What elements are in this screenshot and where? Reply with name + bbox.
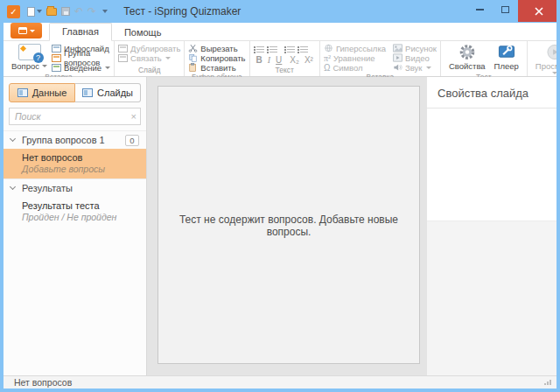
tree-item-no-questions[interactable]: Нет вопросов Добавьте вопросы	[4, 149, 146, 178]
duplicate-icon	[118, 45, 128, 52]
tab-home[interactable]: Главная	[49, 23, 112, 41]
numbered-list-icon[interactable]	[267, 46, 277, 53]
resize-grip[interactable]	[544, 380, 551, 385]
chevron-down-icon	[102, 10, 108, 13]
hyperlink-button[interactable]: Гиперссылка	[324, 44, 386, 52]
group-label-text: Текст	[254, 65, 316, 76]
picture-icon	[393, 44, 402, 52]
group-label-slide: Слайд	[118, 65, 180, 76]
window-title: Тест - iSpring Quizmaker	[123, 5, 241, 18]
question-count-badge: 0	[125, 135, 139, 146]
chevron-down-icon	[30, 30, 35, 32]
properties-empty-area	[427, 108, 556, 220]
ribbon-group-publish: Просмотр Публикация Публикация	[528, 41, 560, 76]
copy-button[interactable]: Копировать	[188, 53, 245, 62]
question-tree: Группа вопросов 1 0 Нет вопросов Добавьт…	[4, 130, 146, 375]
search-box: ×	[9, 108, 141, 125]
video-icon	[393, 53, 402, 62]
bullet-list-icon[interactable]	[254, 46, 264, 53]
search-input[interactable]	[9, 108, 141, 125]
left-panel: Данные Слайды × Группа вопросов 1 0 Нет	[4, 77, 147, 375]
open-button[interactable]	[46, 8, 57, 16]
chevron-expand-icon	[10, 184, 16, 190]
ribbon-group-insert: ? Вопрос Инфослайд Группа вопросов Введе…	[4, 41, 115, 76]
save-button[interactable]	[61, 7, 70, 16]
symbol-icon: Ω	[324, 63, 330, 73]
tab-slides[interactable]: Слайды	[75, 83, 141, 102]
scissors-icon	[188, 44, 198, 52]
subscript-button[interactable]: X₂	[287, 55, 302, 65]
duplicate-button[interactable]: Дублировать	[118, 44, 180, 52]
chevron-down-icon	[165, 57, 171, 60]
question-group-button[interactable]: Группа вопросов	[52, 53, 110, 62]
paste-button[interactable]: Вставить	[188, 63, 245, 72]
underline-button[interactable]: U	[273, 55, 284, 65]
preview-button[interactable]: Просмотр	[531, 43, 560, 75]
link-button[interactable]: Связать	[118, 53, 180, 62]
copy-icon	[188, 53, 198, 62]
minimize-icon	[476, 9, 484, 10]
decrease-indent-icon[interactable]	[284, 46, 295, 53]
picture-button[interactable]: Рисунок	[393, 44, 437, 52]
increase-indent-icon[interactable]	[298, 46, 308, 53]
panel-tabs: Данные Слайды	[9, 83, 141, 102]
video-button[interactable]: Видео	[393, 53, 437, 62]
italic-button[interactable]: I	[265, 55, 273, 65]
panel-title: Свойства слайда	[427, 77, 556, 108]
properties-button[interactable]: Свойства	[444, 43, 490, 72]
tree-item-test-results[interactable]: Результаты теста Пройден / Не пройден	[4, 197, 146, 227]
chevron-down-icon	[552, 72, 557, 74]
chevron-down-icon	[37, 10, 42, 13]
clipboard-icon	[188, 63, 198, 72]
superscript-button[interactable]: X²	[302, 55, 316, 65]
introduction-button[interactable]: Введение	[52, 63, 110, 72]
app-window: ✓ ↶ ↷ Тест - iSpring Quizmaker Главная П…	[0, 0, 560, 392]
cut-button[interactable]: Вырезать	[188, 44, 245, 52]
new-document-icon	[27, 7, 35, 17]
hyperlink-icon	[324, 44, 333, 52]
application-menu-button[interactable]	[10, 23, 42, 38]
infoslide-icon	[52, 45, 61, 52]
player-wrench-icon	[498, 44, 515, 60]
search-clear-icon[interactable]: ×	[131, 111, 136, 122]
preview-play-icon	[546, 44, 560, 60]
tree-group-questions[interactable]: Группа вопросов 1 0	[4, 130, 146, 149]
tree-group-results[interactable]: Результаты	[4, 178, 146, 197]
open-folder-icon	[46, 8, 57, 16]
close-button[interactable]	[518, 0, 560, 22]
maximize-button[interactable]	[493, 0, 518, 19]
chevron-expand-icon	[10, 136, 16, 142]
data-list-icon	[18, 88, 28, 97]
slide-surface[interactable]: Тест не содержит вопросов. Добавьте новы…	[158, 86, 420, 364]
slides-icon	[82, 88, 93, 97]
question-button[interactable]: ? Вопрос	[7, 43, 52, 72]
chevron-down-icon	[105, 66, 110, 69]
undo-button[interactable]: ↶	[74, 6, 83, 17]
properties-lower-area	[427, 220, 556, 375]
maximize-icon	[501, 6, 509, 13]
slide-properties-panel: Свойства слайда	[427, 77, 556, 375]
symbol-button[interactable]: Ω Символ	[324, 63, 386, 72]
tab-data[interactable]: Данные	[9, 83, 75, 102]
titlebar: ✓ ↶ ↷ Тест - iSpring Quizmaker	[0, 0, 560, 23]
slide-canvas: Тест не содержит вопросов. Добавьте новы…	[147, 77, 427, 375]
bold-button[interactable]: B	[254, 55, 265, 65]
redo-button[interactable]: ↷	[88, 6, 96, 17]
player-button[interactable]: Плеер	[490, 43, 523, 72]
question-slide-icon: ?	[18, 44, 41, 60]
customize-qat-button[interactable]	[101, 10, 108, 13]
empty-quiz-message: Тест не содержит вопросов. Добавьте новы…	[158, 214, 419, 238]
minimize-button[interactable]	[467, 0, 493, 19]
ribbon-group-slide: Дублировать Связать Слайд	[115, 41, 185, 76]
chevron-down-icon	[42, 65, 47, 67]
equation-button[interactable]: π² Уравнение	[324, 53, 386, 62]
save-icon	[61, 7, 70, 16]
ribbon-group-insert-media: Гиперссылка π² Уравнение Ω Символ Рисуно…	[320, 41, 441, 76]
introduction-icon	[52, 64, 61, 72]
tab-help[interactable]: Помощь	[112, 24, 174, 41]
new-document-button[interactable]	[27, 7, 42, 17]
sound-button[interactable]: Звук	[393, 63, 437, 72]
gear-icon	[458, 44, 476, 60]
ribbon-tab-bar: Главная Помощь	[4, 23, 556, 41]
app-menu-icon	[18, 27, 27, 34]
